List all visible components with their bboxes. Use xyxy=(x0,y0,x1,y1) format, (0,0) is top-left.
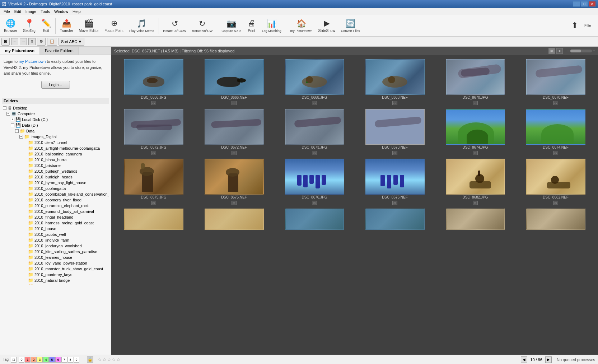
folder-item-loy-yang[interactable]: 📁 2010_loy_yang_power-station xyxy=(2,260,109,266)
list-view-btn[interactable]: ≡ xyxy=(556,48,563,54)
tag-0[interactable]: 0 xyxy=(19,357,24,363)
folder-item-fingal[interactable]: 📁 2010_fingal_headland xyxy=(2,214,109,220)
folder-item-jondaryan[interactable]: 📁 2010_jondaryan_woolshed xyxy=(2,243,109,249)
thumbnail-row4-3[interactable] xyxy=(276,209,353,230)
thumbnail-row4-1[interactable] xyxy=(115,209,192,230)
star-1[interactable]: ☆ xyxy=(98,357,102,362)
thumbnail-dsc8668-nef[interactable]: DSC_8668.NEF ▭ xyxy=(356,59,434,106)
tag-5[interactable]: 5 xyxy=(49,357,55,363)
sort-button[interactable]: Sort ABC ▼ xyxy=(59,38,84,46)
geotag-button[interactable]: 📍 GeoTag xyxy=(20,16,38,36)
folder-item-airflight[interactable]: 📁 2010_airflight-melbourne-coolangatta xyxy=(2,145,109,151)
thumbnail-row4-2[interactable] xyxy=(195,209,273,230)
thumbnail-dsc8675-jpg[interactable]: DSC_8675.JPG ▭ xyxy=(115,159,192,206)
folder-item-coomera[interactable]: 📁 2010_coomera_river_flood xyxy=(2,197,109,203)
folder-item-data[interactable]: − 📁 Data xyxy=(2,128,109,134)
thumbnail-dsc8673-nef[interactable]: DSC_8673.NEF ▭ xyxy=(356,109,434,156)
expand-computer[interactable]: − xyxy=(6,112,10,116)
close-button[interactable]: ✕ xyxy=(589,1,596,7)
folder-item-burleigh-heads[interactable]: 📁 2010_burleigh_heads xyxy=(2,174,109,180)
folder-item-house[interactable]: 📁 2010_house xyxy=(2,226,109,232)
tab-favorite-folders[interactable]: Favorite Folders xyxy=(40,47,79,55)
tag-7[interactable]: 7 xyxy=(61,357,67,363)
tab-my-picturetown[interactable]: my Picturetown xyxy=(0,47,40,55)
folder-item-images-digital[interactable]: − 📁 Images_Digital xyxy=(2,134,109,140)
rotate-ccw-button[interactable]: ↺ Rotate 90°CCW xyxy=(161,16,189,36)
thumbnail-row4-5[interactable] xyxy=(436,209,514,230)
convert-files-button[interactable]: 🔄 Convert Files xyxy=(338,16,363,36)
zoom-in-icon[interactable]: + xyxy=(593,48,595,53)
folder-item-data-d[interactable]: − 💾 Data (D:) xyxy=(2,122,109,128)
view-options-button[interactable]: ⚙ xyxy=(37,38,46,46)
thumbnail-dsc8682-jpg[interactable]: DSC_8682.JPG ▭ xyxy=(436,159,514,206)
zoom-slider[interactable] xyxy=(570,50,592,52)
print-button[interactable]: 🖨 Print xyxy=(244,16,259,36)
up-button[interactable]: ⬆ xyxy=(28,38,36,45)
menu-image[interactable]: Image xyxy=(23,9,39,14)
collapse-sidebar-button[interactable]: ◀ xyxy=(111,193,111,208)
folder-item-byron[interactable]: 📁 2010_byron_bay_light_house xyxy=(2,180,109,186)
my-picturetown-button[interactable]: 🏠 my Picturetown xyxy=(288,16,315,36)
menu-tools[interactable]: Tools xyxy=(38,9,52,14)
thumbnail-dsc8682-nef[interactable]: DSC_8682.NEF ▭ xyxy=(517,159,594,206)
folder-item-jacobs[interactable]: 📁 2010_jacobs_well xyxy=(2,232,109,237)
folder-item-binna[interactable]: 📁 2010_binna_burra xyxy=(2,157,109,163)
folder-item-q1[interactable]: 📁 2010_Q1_deck xyxy=(2,283,109,285)
maximize-button[interactable]: □ xyxy=(581,1,588,7)
expand-local-c[interactable]: + xyxy=(11,118,14,121)
thumbnail-dsc8674-nef[interactable]: DSC_8674.NEF ▭ xyxy=(517,109,594,156)
picturetown-link[interactable]: my Picturetown xyxy=(19,59,46,64)
thumbnail-dsc8676-nef[interactable]: DSC_8676.NEF ▭ xyxy=(356,159,434,206)
star-5[interactable]: ☆ xyxy=(116,357,121,362)
thumbnail-dsc8670-jpg[interactable]: DSC_8670.JPG ▭ xyxy=(436,59,514,106)
thumbnail-dsc8668-jpg[interactable]: DSC_8668.JPG ▭ xyxy=(276,59,353,106)
thumbnail-dsc8673-jpg[interactable]: DSC_8673.JPG ▭ xyxy=(276,109,353,156)
expand-desktop[interactable]: − xyxy=(3,106,6,110)
play-voice-memo-button[interactable]: 🎵 Play Voice Memo xyxy=(127,16,157,36)
thumbnail-dsc8666-nef[interactable]: DSC_8666.NEF ▭ xyxy=(195,59,273,106)
folder-item-monster[interactable]: 📁 2010_monster_truck_show_gold_coast xyxy=(2,266,109,272)
thumbnail-row4-6[interactable] xyxy=(517,209,594,230)
zoom-out-icon[interactable]: − xyxy=(567,48,570,53)
menu-help[interactable]: Help xyxy=(70,9,83,14)
prev-page-button[interactable]: ◀ xyxy=(521,356,527,363)
protect-icon[interactable]: 🔒 xyxy=(87,356,93,363)
folder-item-eumundi[interactable]: 📁 2010_eumundi_body_art_carnival xyxy=(2,209,109,214)
folder-item-burleigh-wetlands[interactable]: 📁 2010_burleigh_wetlands xyxy=(2,168,109,174)
forward-button[interactable]: → xyxy=(20,38,27,45)
thumbnail-dsc8672-nef[interactable]: DSC_8672.NEF ▭ xyxy=(195,109,273,156)
folder-item-jindivick[interactable]: 📁 2010_jindivick_farm xyxy=(2,237,109,243)
folder-item-coombabah[interactable]: 📁 2010_coombabah_lakeland_conservation_a… xyxy=(2,191,109,197)
rotate-cw-button[interactable]: ↻ Rotate 90°CW xyxy=(190,16,215,36)
next-page-button[interactable]: ▶ xyxy=(545,356,552,363)
browser-button[interactable]: 🌐 Browser xyxy=(1,16,20,36)
tag-2[interactable]: 2 xyxy=(31,357,37,363)
thumbnail-view-btn[interactable]: ⊞ xyxy=(548,48,555,54)
menu-window[interactable]: Window xyxy=(52,9,70,14)
movie-editor-button[interactable]: 🎬 Movie Editor xyxy=(76,16,102,36)
tag-checkbox[interactable]: □ xyxy=(11,357,17,363)
folder-item-coolangatta[interactable]: 📁 2010_coolangatta xyxy=(2,186,109,191)
thumbnail-dsc8672-jpg[interactable]: DSC_8672.JPG ▭ xyxy=(115,109,192,156)
folder-item-desktop[interactable]: − 🖥 Desktop xyxy=(2,105,109,111)
tag-6[interactable]: 6 xyxy=(55,357,61,363)
tag-1[interactable]: 1 xyxy=(25,357,31,363)
filter-button[interactable]: Filte xyxy=(582,16,594,36)
thumbnail-dsc8670-nef[interactable]: DSC_8670.NEF ▭ xyxy=(517,59,594,106)
folder-item-clem7[interactable]: 📁 2010-clem7-tunnel xyxy=(2,140,109,145)
menu-file[interactable]: File xyxy=(1,9,12,14)
star-2[interactable]: ☆ xyxy=(102,357,107,362)
folder-item-computer[interactable]: − 💻 Computer xyxy=(2,111,109,117)
folder-item-kite[interactable]: 📁 2010_kite_surfing_surfers_paradise xyxy=(2,249,109,255)
folder-item-brisbane[interactable]: 📁 2010_brisbane xyxy=(2,163,109,168)
minimize-button[interactable]: − xyxy=(573,1,580,7)
folder-item-curumbin[interactable]: 📁 2010_curumbin_elephant_rock xyxy=(2,203,109,209)
thumbnail-dsc8675-nef[interactable]: DSC_8675.NEF ▭ xyxy=(195,159,273,206)
folder-item-local-c[interactable]: + 💾 Local Disk (C:) xyxy=(2,117,109,122)
grid-view-button[interactable]: ⊞ xyxy=(1,38,10,46)
folder-item-ballooning[interactable]: 📁 2010_ballooning_canungra xyxy=(2,151,109,157)
expand-data[interactable]: − xyxy=(15,129,19,133)
tag-8[interactable]: 8 xyxy=(67,357,73,363)
tag-3[interactable]: 3 xyxy=(37,357,43,363)
expand-images-digital[interactable]: − xyxy=(19,135,23,139)
